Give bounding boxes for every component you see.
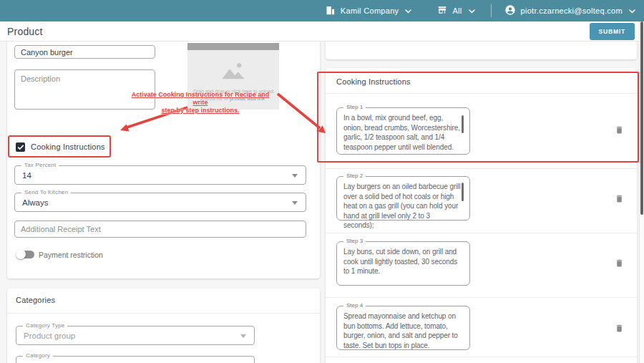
- scrollbar-thumb[interactable]: [640, 21, 643, 215]
- divider: [326, 233, 637, 233]
- step-2-text[interactable]: Lay burgers on an oiled barbecue grill o…: [337, 177, 469, 231]
- toggle-knob: [16, 249, 26, 259]
- account-icon: [504, 4, 516, 17]
- product-details-card: Drag and drop or click here to upload me…: [7, 41, 320, 279]
- category-type-value: Product group: [24, 326, 75, 344]
- divider: [7, 313, 320, 314]
- cooking-instructions-checkbox[interactable]: [16, 142, 25, 152]
- send-to-kitchen-select[interactable]: Send To Kitchen Always: [14, 193, 306, 212]
- additional-receipt-text-input[interactable]: [14, 221, 306, 238]
- submit-button[interactable]: SUBMIT: [590, 23, 635, 40]
- payment-restriction-label: Payment restriction: [39, 251, 103, 259]
- check-icon: [17, 144, 24, 150]
- step-1-text[interactable]: In a bowl, mix ground beef, egg, onion, …: [337, 108, 469, 152]
- delete-step-2-button[interactable]: [613, 193, 625, 206]
- upload-header-bar: [187, 43, 279, 50]
- product-page: Kamil Company All piotr.czarnecki@solteq…: [0, 0, 644, 363]
- image-placeholder-icon: [220, 62, 246, 83]
- step-2-field[interactable]: Step 2 Lay burgers on an oiled barbecue …: [336, 176, 470, 221]
- delete-step-4-button[interactable]: [613, 323, 625, 336]
- building-icon: [325, 5, 336, 17]
- company-selector[interactable]: Kamil Company: [325, 5, 412, 17]
- dropdown-caret-icon: [240, 334, 246, 338]
- store-icon: [437, 5, 447, 16]
- payment-restriction-toggle[interactable]: [17, 251, 34, 258]
- divider: [326, 357, 637, 357]
- chevron-down-icon: [405, 6, 411, 15]
- delete-step-3-button[interactable]: [613, 258, 625, 271]
- step-1-field[interactable]: Step 1 In a bowl, mix ground beef, egg, …: [336, 107, 470, 155]
- upload-caption: Drag and drop or click here to upload me…: [187, 88, 279, 102]
- store-selector[interactable]: All: [437, 5, 474, 16]
- store-name: All: [452, 6, 462, 15]
- divider: [326, 168, 637, 169]
- description-input[interactable]: [14, 69, 155, 110]
- chevron-down-icon: [629, 6, 635, 15]
- step-4-text[interactable]: Spread mayonnaise and ketchup on bun bot…: [337, 306, 469, 350]
- trash-icon: [615, 258, 624, 268]
- categories-title: Categories: [16, 296, 55, 304]
- category-type-select[interactable]: Category Type Product group: [16, 326, 255, 345]
- step-3-field[interactable]: Step 3 Lay buns, cut side down, on grill…: [336, 241, 470, 286]
- delete-step-1-button[interactable]: [613, 125, 625, 137]
- cooking-instructions-title: Cooking Instructions: [336, 77, 411, 86]
- product-name-input[interactable]: [14, 45, 155, 59]
- trash-icon: [615, 323, 624, 334]
- page-title: Product: [0, 26, 43, 37]
- step-4-field[interactable]: Step 4 Spread mayonnaise and ketchup on …: [336, 306, 470, 350]
- header-divider: [491, 4, 492, 17]
- dropdown-caret-icon: [292, 201, 298, 205]
- category-label: Category: [23, 352, 53, 359]
- step-4-label: Step 4: [343, 302, 366, 309]
- category-select[interactable]: Category: [16, 356, 255, 363]
- user-email: piotr.czarnecki@solteq.com: [521, 6, 623, 15]
- divider: [326, 297, 637, 298]
- step-2-label: Step 2: [343, 173, 366, 179]
- step-3-label: Step 3: [343, 238, 366, 244]
- page-toolbar: Product SUBMIT: [0, 21, 644, 42]
- provide-web-link[interactable]: provide web link: [230, 96, 265, 101]
- textarea-scrollbar[interactable]: [462, 183, 464, 201]
- image-upload-dropzone[interactable]: Drag and drop or click here to upload me…: [187, 43, 279, 110]
- send-to-kitchen-value: Always: [22, 193, 48, 211]
- company-name: Kamil Company: [341, 6, 399, 15]
- trash-icon: [615, 125, 624, 135]
- cooking-instructions-checkbox-label: Cooking Instructions: [31, 142, 105, 151]
- tax-percent-select[interactable]: Tax Percent 14: [14, 165, 306, 185]
- tax-percent-value: 14: [22, 166, 31, 184]
- chevron-down-icon: [469, 6, 475, 15]
- step-3-text[interactable]: Lay buns, cut side down, on grill and co…: [337, 242, 469, 276]
- dropdown-caret-icon: [292, 174, 298, 178]
- trash-icon: [615, 193, 624, 204]
- account-menu[interactable]: piotr.czarnecki@solteq.com: [504, 4, 635, 17]
- top-header: Kamil Company All piotr.czarnecki@solteq…: [0, 0, 644, 21]
- textarea-scrollbar[interactable]: [462, 115, 464, 133]
- divider: [326, 93, 637, 94]
- page-scrollbar[interactable]: [639, 21, 644, 363]
- step-1-label: Step 1: [343, 104, 366, 110]
- previous-card-bottom: [326, 42, 637, 59]
- categories-card: Categories Category Type Product group C…: [7, 289, 320, 363]
- cooking-instructions-card: Cooking Instructions Step 1 In a bowl, m…: [326, 68, 637, 363]
